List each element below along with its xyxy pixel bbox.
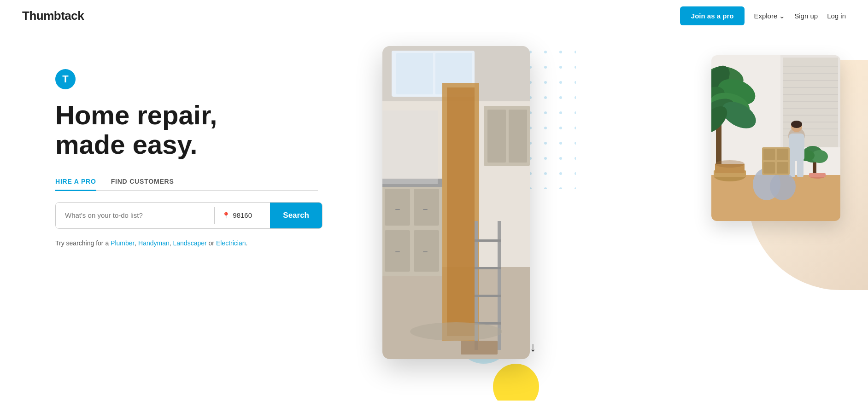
suggestion-electrician[interactable]: Electrician <box>216 239 246 247</box>
chevron-down-icon: ⌄ <box>779 12 785 20</box>
suggestions-prefix: Try searching for a <box>55 239 111 247</box>
svg-rect-11 <box>385 230 410 272</box>
svg-rect-6 <box>396 53 433 94</box>
svg-rect-19 <box>447 87 475 336</box>
location-value: 98160 <box>233 211 252 219</box>
tab-hire-a-pro[interactable]: HIRE A PRO <box>55 178 96 191</box>
search-suggestions: Try searching for a Plumber, Handyman, L… <box>55 238 318 248</box>
svg-rect-78 <box>763 162 775 174</box>
search-input[interactable] <box>56 203 214 228</box>
thumbtack-logo-icon: T <box>55 69 76 89</box>
explore-label: Explore <box>754 12 777 20</box>
header: Thumbtack Join as a pro Explore ⌄ Sign u… <box>0 0 868 32</box>
hero-section: T Home repair, made easy. HIRE A PRO FIN… <box>0 32 346 401</box>
arrow-down-icon: ↓ <box>530 340 536 355</box>
svg-rect-79 <box>777 162 788 174</box>
hero-title-line1: Home repair, <box>55 100 217 130</box>
login-button[interactable]: Log in <box>827 12 846 20</box>
logo[interactable]: Thumbtack <box>22 9 84 23</box>
kitchen-renovation-image <box>382 46 530 359</box>
decorative-circle-yellow <box>493 364 539 401</box>
svg-rect-28 <box>487 110 506 163</box>
suggestion-plumber[interactable]: Plumber <box>111 239 135 247</box>
svg-point-69 <box>791 121 802 128</box>
suggestion-handyman[interactable]: Handyman <box>138 239 170 247</box>
svg-rect-12 <box>414 230 439 272</box>
svg-rect-16 <box>423 251 428 252</box>
hero-title-line2: made easy. <box>55 129 197 159</box>
join-as-pro-button[interactable]: Join as a pro <box>680 6 745 25</box>
svg-rect-22 <box>475 239 501 242</box>
svg-rect-10 <box>414 189 439 226</box>
svg-rect-72 <box>797 159 803 177</box>
svg-point-26 <box>410 322 502 341</box>
svg-rect-14 <box>423 209 428 210</box>
svg-rect-70 <box>789 134 804 161</box>
location-field[interactable]: 📍 98160 <box>215 203 270 228</box>
tab-find-customers[interactable]: FIND CUSTOMERS <box>111 178 174 191</box>
svg-rect-30 <box>382 110 438 184</box>
svg-rect-76 <box>763 149 775 160</box>
svg-rect-24 <box>475 295 501 297</box>
scroll-down-arrow[interactable]: ↓ <box>346 340 868 355</box>
svg-rect-71 <box>789 159 795 177</box>
explore-menu[interactable]: Explore ⌄ <box>754 12 785 20</box>
search-bar: 📍 98160 Search <box>55 202 323 229</box>
suggestions-connector: or <box>209 239 216 247</box>
suggestion-landscaper[interactable]: Landscaper <box>173 239 207 247</box>
interior-room-image <box>711 55 840 221</box>
svg-rect-29 <box>509 110 527 163</box>
svg-rect-77 <box>777 149 788 160</box>
hero-title: Home repair, made easy. <box>55 100 318 159</box>
signup-button[interactable]: Sign up <box>794 12 818 20</box>
header-nav: Join as a pro Explore ⌄ Sign up Log in <box>680 6 846 25</box>
svg-rect-15 <box>395 251 400 252</box>
svg-rect-66 <box>809 173 826 177</box>
mode-tabs: HIRE A PRO FIND CUSTOMERS <box>55 178 318 191</box>
main-content: T Home repair, made easy. HIRE A PRO FIN… <box>0 32 868 401</box>
svg-point-60 <box>715 160 745 168</box>
svg-rect-9 <box>385 189 410 226</box>
hero-images: ↓ <box>346 32 868 401</box>
svg-rect-23 <box>475 267 501 269</box>
location-pin-icon: 📍 <box>222 212 230 219</box>
svg-point-74 <box>770 173 796 200</box>
search-button[interactable]: Search <box>270 203 322 228</box>
svg-rect-13 <box>395 209 400 210</box>
